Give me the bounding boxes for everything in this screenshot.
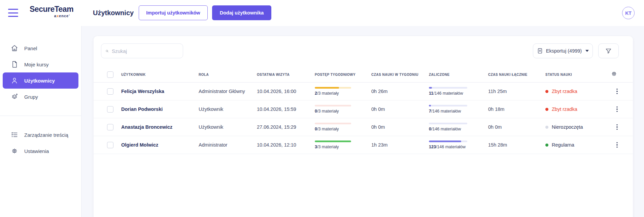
weekly-progress-label: 2/3 materiały: [315, 91, 371, 96]
user-role: Użytkownik: [199, 106, 257, 112]
status-dot: [545, 108, 548, 111]
completed-progress-track: [429, 87, 467, 89]
sidebar: Panel Moje kursy Użytkownicy Grupy Zarzą…: [0, 26, 81, 217]
completed-progress-track: [429, 141, 467, 142]
row-actions-button[interactable]: [612, 140, 622, 150]
weekly-progress: 0/3 materiały: [315, 105, 371, 114]
row-checkbox[interactable]: [107, 88, 113, 95]
table-header: UŻYTKOWNIK ROLA OSTATNIA WIZYTA POSTĘP T…: [94, 67, 633, 83]
table-settings-button[interactable]: [611, 70, 617, 78]
user-name[interactable]: Olgierd Molwicz: [121, 142, 199, 148]
column-header[interactable]: STATUS NAUKI: [545, 73, 609, 76]
user-name[interactable]: Felicja Werszylska: [121, 89, 199, 94]
app-logo: SecureTeam axence°: [30, 4, 70, 18]
completed-progress-label: 0/146 materiałów: [429, 127, 488, 131]
column-header[interactable]: OSTATNIA WIZYTA: [257, 73, 315, 76]
sidebar-item-moje-kursy[interactable]: Moje kursy: [0, 56, 81, 72]
study-status: Nierozpoczęta: [545, 124, 609, 130]
document-icon: [11, 61, 18, 68]
sidebar-item-label: Użytkownicy: [24, 78, 55, 84]
logo-title: SecureTeam: [30, 4, 70, 14]
completed-progress-fill: [429, 105, 431, 106]
weekly-progress-fill: [315, 141, 351, 142]
row-checkbox[interactable]: [107, 124, 113, 130]
completed-progress-track: [429, 123, 467, 124]
status-dot: [545, 90, 548, 93]
weekly-progress: 0/3 materiały: [315, 123, 371, 131]
column-header[interactable]: CZAS NAUKI ŁĄCZNIE: [488, 73, 545, 76]
user-name[interactable]: Anastazja Broncewicz: [121, 124, 199, 130]
table-toolbar: Eksportuj (4999): [94, 36, 633, 66]
top-bar: SecureTeam axence° Użytkownicy Importuj …: [0, 0, 644, 26]
logo-subtitle: axence°: [30, 14, 70, 18]
gear-icon: [11, 147, 18, 155]
chevron-down-icon: [585, 50, 589, 52]
row-actions-button[interactable]: [612, 104, 622, 114]
select-all-checkbox[interactable]: [107, 71, 113, 78]
row-checkbox[interactable]: [107, 106, 113, 113]
completed-progress-fill: [429, 141, 461, 142]
table-row[interactable]: Olgierd Molwicz Administrator 10.04.2026…: [94, 136, 633, 154]
total-study-time: 11h 25m: [488, 89, 545, 94]
status-label: Zbyt rzadka: [552, 89, 577, 94]
completed-progress: 123/146 materiałów: [429, 141, 488, 149]
completed-progress: 0/146 materiałów: [429, 123, 488, 131]
total-study-time: 0h 18m: [488, 106, 545, 112]
sidebar-item-panel[interactable]: Panel: [0, 40, 81, 56]
sidebar-item-grupy[interactable]: Grupy: [0, 89, 81, 105]
last-visit: 10.04.2026, 12:10: [257, 142, 315, 148]
sidebar-divider: [0, 116, 81, 116]
user-name[interactable]: Dorian Podworski: [121, 106, 199, 112]
column-header[interactable]: ROLA: [199, 73, 257, 76]
column-header[interactable]: UŻYTKOWNIK: [121, 73, 199, 76]
user-role: Administrator Główny: [199, 89, 257, 94]
week-study-time: 1h 23m: [371, 142, 429, 148]
week-study-time: 0h 0m: [371, 106, 429, 112]
table-row[interactable]: Felicja Werszylska Administrator Główny …: [94, 83, 633, 100]
status-label: Nierozpoczęta: [552, 124, 583, 130]
row-actions-button[interactable]: [612, 122, 622, 132]
weekly-progress-label: 0/3 materiały: [315, 127, 371, 131]
weekly-progress-track: [315, 87, 351, 89]
week-study-time: 0h 0m: [371, 124, 429, 130]
completed-progress-label: 7/146 materiałów: [429, 109, 488, 114]
last-visit: 10.04.2026, 16:00: [257, 89, 315, 94]
sidebar-item-label: Ustawienia: [24, 148, 49, 154]
export-button[interactable]: Eksportuj (4999): [533, 43, 593, 58]
column-header[interactable]: POSTĘP TYGODNIOWY: [315, 73, 371, 76]
sidebar-item-ustawienia[interactable]: Ustawienia: [0, 143, 81, 159]
sidebar-item-uzytkownicy[interactable]: Użytkownicy: [3, 72, 78, 89]
row-checkbox[interactable]: [107, 142, 113, 148]
table-row[interactable]: Dorian Podworski Użytkownik 10.04.2026, …: [94, 100, 633, 118]
completed-progress-fill: [429, 87, 432, 89]
column-header[interactable]: ZALICZONE: [429, 73, 488, 76]
status-dot: [545, 126, 548, 129]
search-input[interactable]: [112, 48, 179, 54]
filter-button[interactable]: [598, 43, 619, 58]
completed-progress-label: 123/146 materiałów: [429, 145, 488, 149]
user-icon: [11, 77, 18, 84]
column-header[interactable]: CZAS NAUKI W TYGODNIU: [371, 73, 429, 76]
sidebar-item-zarzadzanie-trescia[interactable]: Zarządzanie treścią: [0, 127, 81, 143]
export-label: Eksportuj (4999): [546, 48, 582, 54]
study-status: Zbyt rzadka: [545, 89, 609, 94]
weekly-progress-track: [315, 141, 351, 142]
table-row[interactable]: Anastazja Broncewicz Użytkownik 27.06.20…: [94, 118, 633, 136]
user-role: Administrator: [199, 142, 257, 148]
completed-progress: 11/146 materiałów: [429, 87, 488, 96]
page-title: Użytkownicy: [93, 0, 134, 26]
study-status: Zbyt rzadka: [545, 106, 609, 112]
user-avatar[interactable]: KT: [622, 7, 635, 19]
add-user-button[interactable]: Dodaj użytkownika: [212, 5, 271, 20]
import-users-button[interactable]: Importuj użytkowników: [139, 5, 208, 20]
layers-plus-icon: [11, 93, 18, 100]
row-actions-button[interactable]: [612, 86, 622, 96]
gear-icon: [611, 70, 617, 77]
study-status: Regularna: [545, 142, 609, 148]
main-content: Eksportuj (4999) UŻYTKOWNIK ROLA OSTATNI…: [81, 26, 644, 217]
weekly-progress-fill: [315, 87, 339, 89]
menu-hamburger-icon[interactable]: [8, 9, 19, 17]
last-visit: 10.04.2026, 15:59: [257, 106, 315, 112]
weekly-progress-label: 0/3 materiały: [315, 109, 371, 114]
search-box[interactable]: [101, 43, 183, 58]
